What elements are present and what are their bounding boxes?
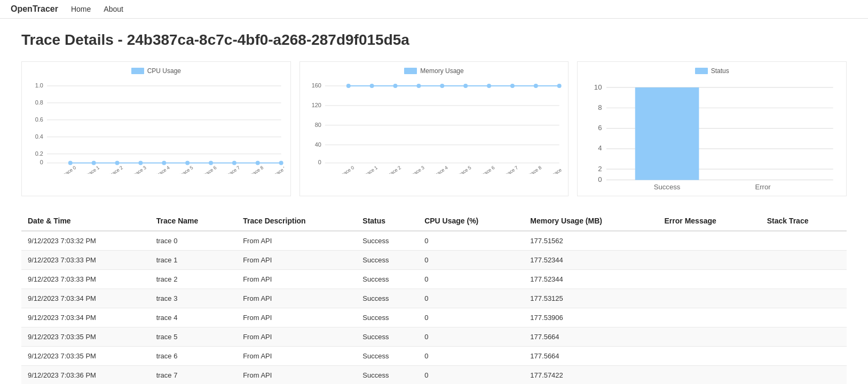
table-cell: 9/12/2023 7:03:36 PM <box>21 366 150 384</box>
table-cell: From API <box>236 289 356 308</box>
table-cell: 177.57422 <box>524 366 658 384</box>
svg-point-44 <box>393 84 397 88</box>
table-cell <box>658 347 761 366</box>
col-tracename: Trace Name <box>150 211 237 231</box>
status-legend-color <box>695 68 708 74</box>
table-cell: 0 <box>418 366 524 384</box>
table-cell: trace 7 <box>150 366 237 384</box>
svg-point-20 <box>256 161 260 165</box>
table-cell: trace 1 <box>150 251 237 270</box>
table-cell <box>761 251 847 270</box>
svg-text:Error: Error <box>755 183 771 191</box>
table-cell: 0 <box>418 251 524 270</box>
svg-text:10: 10 <box>594 83 602 91</box>
table-cell: 0 <box>418 289 524 308</box>
table-row: 9/12/2023 7:03:36 PMtrace 7From APISucce… <box>21 366 847 384</box>
svg-text:0.8: 0.8 <box>35 99 43 106</box>
svg-point-48 <box>487 84 491 88</box>
svg-text:2: 2 <box>598 165 602 173</box>
table-cell <box>761 347 847 366</box>
svg-text:trace 9: trace 9 <box>551 165 562 173</box>
table-cell <box>761 270 847 289</box>
cpu-legend-color <box>131 68 144 74</box>
svg-text:0: 0 <box>318 159 321 165</box>
table-cell: From API <box>236 251 356 270</box>
svg-text:8: 8 <box>598 103 602 111</box>
table-cell: From API <box>236 231 356 251</box>
table-cell: 9/12/2023 7:03:33 PM <box>21 251 150 270</box>
svg-point-51 <box>557 84 561 88</box>
svg-text:trace 2: trace 2 <box>109 165 124 173</box>
col-tracedesc: Trace Description <box>236 211 356 231</box>
svg-text:1.0: 1.0 <box>35 82 43 89</box>
table-cell <box>658 251 761 270</box>
table-cell: From API <box>236 366 356 384</box>
table-row: 9/12/2023 7:03:34 PMtrace 4From APISucce… <box>21 308 847 327</box>
status-chart-legend: Status <box>584 67 840 75</box>
svg-text:0.6: 0.6 <box>35 116 43 123</box>
table-cell: 9/12/2023 7:03:35 PM <box>21 347 150 366</box>
nav-link-about[interactable]: About <box>104 5 123 13</box>
nav-link-home[interactable]: Home <box>71 5 91 13</box>
table-cell: From API <box>236 270 356 289</box>
svg-point-18 <box>209 161 213 165</box>
navbar: OpenTracer Home About <box>0 0 868 19</box>
svg-text:trace 4: trace 4 <box>155 165 170 173</box>
svg-point-19 <box>232 161 236 165</box>
table-cell: 177.5664 <box>524 347 658 366</box>
table-cell: 9/12/2023 7:03:34 PM <box>21 289 150 308</box>
svg-point-46 <box>440 84 444 88</box>
svg-text:trace 7: trace 7 <box>504 165 519 173</box>
svg-text:6: 6 <box>598 124 602 132</box>
svg-text:trace 8: trace 8 <box>527 165 542 173</box>
svg-text:trace 1: trace 1 <box>85 165 100 173</box>
svg-text:trace 1: trace 1 <box>364 165 378 173</box>
col-memory: Memory Usage (MB) <box>524 211 658 231</box>
table-cell: trace 6 <box>150 347 237 366</box>
status-chart-svg: 10 8 6 4 2 0 Success Error <box>584 78 840 193</box>
svg-text:0.2: 0.2 <box>35 150 43 157</box>
table-cell: Success <box>356 366 418 384</box>
table-row: 9/12/2023 7:03:34 PMtrace 3From APISucce… <box>21 289 847 308</box>
table-cell: Success <box>356 308 418 327</box>
table-cell: 0 <box>418 308 524 327</box>
table-cell: trace 3 <box>150 289 237 308</box>
cpu-chart-svg: 1.0 0.8 0.6 0.4 0.2 0 <box>28 78 284 174</box>
table-cell: Success <box>356 231 418 251</box>
table-cell: 0 <box>418 270 524 289</box>
svg-point-17 <box>185 161 190 165</box>
memory-legend-label: Memory Usage <box>420 67 463 75</box>
table-cell <box>761 231 847 251</box>
table-cell <box>658 366 761 384</box>
svg-text:0: 0 <box>40 159 43 165</box>
table-cell: 0 <box>418 347 524 366</box>
status-chart-container: Status 10 8 6 4 2 0 <box>577 61 847 196</box>
memory-chart-legend: Memory Usage <box>306 67 562 75</box>
col-status: Status <box>356 211 418 231</box>
col-error: Error Message <box>658 211 761 231</box>
brand-logo: OpenTracer <box>11 4 58 14</box>
table-cell: 177.52344 <box>524 251 658 270</box>
table-cell: Success <box>356 347 418 366</box>
svg-point-15 <box>138 161 143 165</box>
svg-text:0.4: 0.4 <box>35 133 43 140</box>
svg-point-49 <box>510 84 515 88</box>
table-cell: 9/12/2023 7:03:33 PM <box>21 270 150 289</box>
table-cell: 177.53125 <box>524 289 658 308</box>
table-row: 9/12/2023 7:03:33 PMtrace 1From APISucce… <box>21 251 847 270</box>
svg-text:trace 8: trace 8 <box>249 165 264 173</box>
col-datetime: Date & Time <box>21 211 150 231</box>
svg-point-12 <box>68 161 73 165</box>
cpu-legend-label: CPU Usage <box>147 67 181 75</box>
svg-text:120: 120 <box>311 102 321 108</box>
table-cell <box>761 327 847 347</box>
table-cell: Success <box>356 327 418 347</box>
svg-point-21 <box>279 161 283 165</box>
page-content: Trace Details - 24b387ca-8c7c-4bf0-a268-… <box>0 19 868 384</box>
table-cell <box>658 270 761 289</box>
table-cell <box>761 308 847 327</box>
svg-point-16 <box>162 161 166 165</box>
svg-text:trace 6: trace 6 <box>202 165 217 173</box>
svg-text:trace 6: trace 6 <box>480 165 495 173</box>
table-row: 9/12/2023 7:03:35 PMtrace 5From APISucce… <box>21 327 847 347</box>
